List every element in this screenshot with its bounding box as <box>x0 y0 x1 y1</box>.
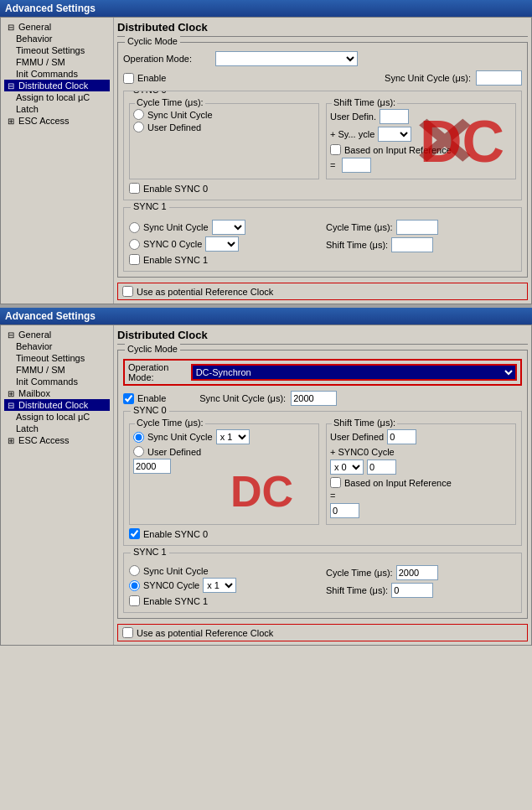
ref-clock-lbl-top: Use as potential Reference Clock <box>137 287 273 297</box>
user-def-radio-top[interactable]: User Defined <box>133 122 315 132</box>
operation-mode-select-bottom[interactable]: DC-Synchron <box>191 364 517 381</box>
expander-general[interactable]: ⊟ <box>6 23 16 32</box>
expander-dc[interactable]: ⊟ <box>6 81 16 91</box>
sync1-unit-sel-top[interactable] <box>212 220 245 235</box>
expander-b-dc[interactable]: ⊟ <box>6 401 16 410</box>
sync1-cycle-input-bottom[interactable] <box>396 565 438 580</box>
user-def-radio-lbl-top: User Defined <box>147 122 201 132</box>
enable-sync0-check-bottom[interactable] <box>129 528 140 539</box>
sync1-s0-radio-input-bottom[interactable] <box>129 580 140 591</box>
sync1-unit-radio-bottom[interactable]: Sync Unit Cycle <box>129 565 319 576</box>
sidebar-b-mailbox[interactable]: ⊞ Mailbox <box>4 387 110 399</box>
label-init-commands: Init Commands <box>16 69 78 79</box>
sync-unit-radio-top[interactable]: Sync Unit Cycle <box>133 109 315 120</box>
sync1-s0-radio-top[interactable]: SYNC 0 Cycle <box>129 236 319 252</box>
enable-sync1-check-top[interactable] <box>129 254 140 265</box>
sync1-s0-radio-input-top[interactable] <box>129 239 140 250</box>
cycle-val-row-bottom: DC <box>133 459 315 474</box>
based-on-row-top: Based on Input Reference <box>330 144 512 155</box>
title-bottom: Advanced Settings <box>5 310 96 322</box>
sidebar-b-assign[interactable]: Assign to local μC <box>4 411 110 423</box>
sync0-plus-row-top: + Sy... ycle <box>330 127 512 142</box>
sync1-shift-input-top[interactable] <box>391 237 433 252</box>
sync1-s0-sel-top[interactable] <box>205 236 239 252</box>
enable-checkbox-top[interactable]: Enable <box>123 73 166 84</box>
sync1-shift-lbl-bottom: Shift Time (μs): <box>326 585 388 595</box>
equals-row-top: = <box>330 158 512 173</box>
sync-unit-radio-bottom[interactable]: Sync Unit Cycle x 1 <box>133 429 315 444</box>
panel-top: Advanced Settings ⊟ General Behavior Tim… <box>0 0 532 304</box>
sidebar-b-dc[interactable]: ⊟ Distributed Clock <box>4 399 110 411</box>
sidebar-item-general[interactable]: ⊟ General <box>4 21 110 33</box>
based-on-check-top[interactable] <box>330 144 341 155</box>
sidebar-b-general[interactable]: ⊟ General <box>4 329 110 340</box>
sync-unit-input-top[interactable] <box>476 70 522 86</box>
based-on-lbl-bottom: Based on Input Reference <box>344 478 452 488</box>
equals-input-bottom[interactable] <box>330 503 359 518</box>
sync-unit-input-bottom[interactable] <box>291 391 337 406</box>
sync0-plus-select-top[interactable] <box>378 127 411 142</box>
enable-sync1-row-bottom: Enable SYNC 1 <box>129 595 319 606</box>
sidebar-item-distributed-clock[interactable]: ⊟ Distributed Clock <box>4 80 110 91</box>
sidebar-b-init[interactable]: Init Commands <box>4 376 110 387</box>
sidebar-item-assign[interactable]: Assign to local μC <box>4 91 110 103</box>
user-def-shift-lbl-top: User Defin. <box>330 112 376 122</box>
sync-unit-radio-input-bottom[interactable] <box>133 432 144 443</box>
enable-sync1-lbl-top: Enable SYNC 1 <box>143 255 208 265</box>
sync0-inner-bottom: Cycle Time (μs): Sync Unit Cycle x 1 <box>129 423 516 525</box>
cycle-time-lbl-top: Cycle Time (μs): <box>135 97 205 107</box>
sync1-unit-radio-input-bottom[interactable] <box>129 565 140 576</box>
enable-check-bottom[interactable] <box>123 393 134 404</box>
expander-b-general[interactable]: ⊟ <box>6 330 16 340</box>
sidebar-bottom: ⊟ General Behavior Timeout Settings FMMU… <box>1 325 114 645</box>
sidebar-b-esc[interactable]: ⊞ ESC Access <box>4 434 110 446</box>
operation-mode-select-top[interactable] <box>215 51 358 66</box>
sidebar-item-esc[interactable]: ⊞ ESC Access <box>4 115 110 127</box>
user-def-radio-input-top[interactable] <box>133 122 144 132</box>
expander-b-esc[interactable]: ⊞ <box>6 436 16 445</box>
sidebar-item-init-commands[interactable]: Init Commands <box>4 68 110 80</box>
equals-label-bottom: = <box>330 491 335 501</box>
enable-sync0-lbl-bottom: Enable SYNC 0 <box>143 529 208 539</box>
equals-input-top[interactable] <box>342 158 371 173</box>
sync0-mult-sel-bottom[interactable]: x 0 <box>330 460 364 475</box>
sidebar-item-behavior[interactable]: Behavior <box>4 33 110 44</box>
sidebar-item-fmmu[interactable]: FMMU / SM <box>4 56 110 68</box>
sync-unit-mult-sel-bottom[interactable]: x 1 <box>216 429 250 444</box>
label-b-dc: Distributed Clock <box>18 400 88 410</box>
sync1-cycle-input-top[interactable] <box>396 220 438 235</box>
sidebar-b-timeout[interactable]: Timeout Settings <box>4 352 110 364</box>
sync1-shift-input-bottom[interactable] <box>391 583 433 598</box>
sync1-s0-sel-bottom[interactable]: x 1 <box>203 578 236 593</box>
enable-sync0-check-top[interactable] <box>129 183 140 194</box>
ref-clock-check-top[interactable] <box>122 286 133 297</box>
sidebar-b-fmmu[interactable]: FMMU / SM <box>4 364 110 376</box>
sidebar-b-latch[interactable]: Latch <box>4 423 110 434</box>
based-on-check-bottom[interactable] <box>330 477 341 488</box>
enable-sync1-check-bottom[interactable] <box>129 595 140 606</box>
user-def-radio-input-bottom[interactable] <box>133 446 144 457</box>
ref-clock-check-bottom[interactable] <box>122 627 133 638</box>
user-def-shift-input-top[interactable] <box>380 109 409 124</box>
sidebar-item-timeout[interactable]: Timeout Settings <box>4 44 110 56</box>
expander-b-mailbox[interactable]: ⊞ <box>6 389 16 398</box>
sync-unit-radio-input-top[interactable] <box>133 109 144 120</box>
user-def-radio-bottom[interactable]: User Defined <box>133 446 315 457</box>
cycle-time-lbl-bottom: Cycle Time (μs): <box>135 418 205 428</box>
enable-check-top[interactable] <box>123 73 134 84</box>
sync1-unit-radio-top[interactable]: Sync Unit Cycle <box>129 220 319 235</box>
equals-row-bottom: = <box>330 491 512 501</box>
sidebar-b-behavior[interactable]: Behavior <box>4 340 110 352</box>
expander-esc[interactable]: ⊞ <box>6 117 16 126</box>
enable-checkbox-bottom[interactable]: Enable <box>123 393 166 404</box>
sync1-s0-radio-bottom[interactable]: SYNC0 Cycle x 1 <box>129 578 319 593</box>
shift-time-box-bottom: Shift Time (μs): User Defined + SYNC0 Cy… <box>326 423 516 525</box>
sync1-unit-radio-input-top[interactable] <box>129 222 140 233</box>
label-b-assign: Assign to local μC <box>16 412 90 422</box>
ref-clock-row-top: Use as potential Reference Clock <box>117 283 528 300</box>
sync0-mult-input-bottom[interactable] <box>367 460 396 475</box>
cycle-val-input-bottom[interactable] <box>133 459 171 474</box>
label-b-fmmu: FMMU / SM <box>16 365 65 375</box>
user-def-shift-input-bottom[interactable] <box>387 429 416 444</box>
sidebar-item-latch[interactable]: Latch <box>4 103 110 115</box>
